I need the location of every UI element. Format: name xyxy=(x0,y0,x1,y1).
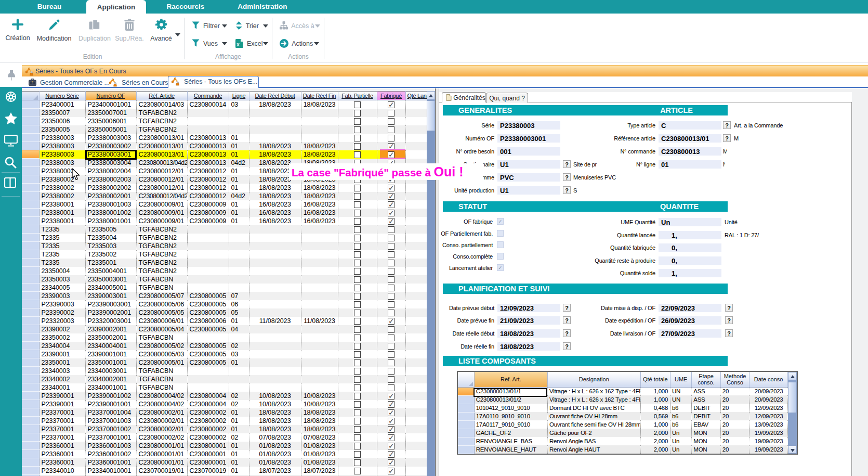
svg-text:x: x xyxy=(236,42,240,47)
